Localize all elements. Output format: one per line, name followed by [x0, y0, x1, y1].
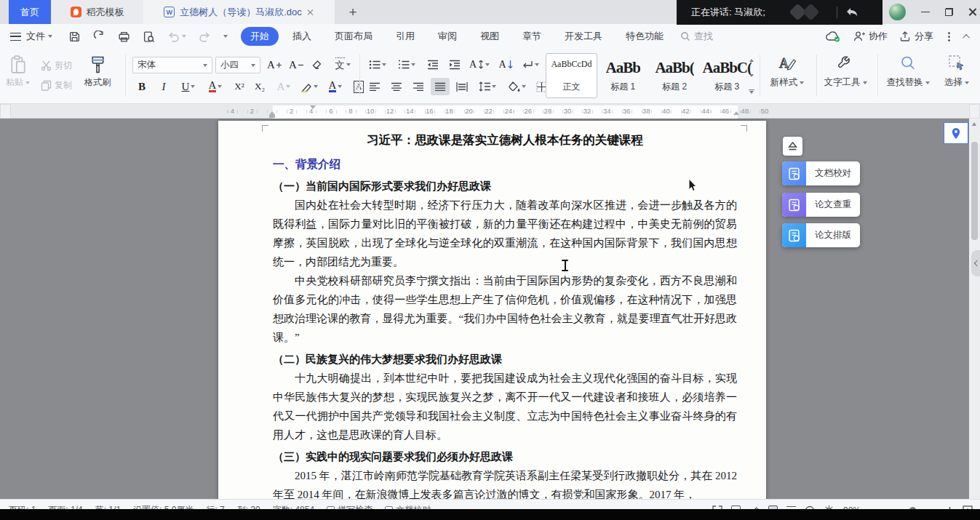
increase-indent-button[interactable] — [445, 56, 464, 73]
numbering-button[interactable] — [394, 56, 419, 73]
tab-close-icon[interactable] — [307, 9, 314, 16]
style-sample: AaBbCcDd — [551, 59, 591, 70]
hamburger-icon[interactable] — [10, 33, 21, 41]
grow-font-button[interactable]: A — [265, 56, 284, 73]
more-options-icon[interactable] — [948, 36, 950, 38]
export-pdf-icon[interactable] — [93, 31, 105, 43]
collaborate-button[interactable]: 协作 — [853, 30, 888, 43]
indent-icon — [449, 60, 461, 70]
ruler-toggle-box[interactable] — [969, 104, 980, 119]
distribute-button[interactable] — [453, 78, 471, 95]
char-border-button[interactable]: A — [202, 78, 228, 95]
divider — [125, 55, 126, 97]
horizontal-ruler[interactable]: 4224681012141618202224262830323436384042… — [0, 104, 980, 119]
font-size-select[interactable]: 小四 — [215, 57, 260, 73]
pinyin-guide-button[interactable]: 文 — [330, 56, 355, 73]
bold-button[interactable]: B — [132, 78, 151, 95]
print-icon[interactable] — [118, 31, 130, 43]
copy-button[interactable]: 复制 — [41, 79, 72, 92]
highlight-button[interactable] — [297, 78, 322, 95]
menu-tab-引用[interactable]: 引用 — [386, 27, 424, 46]
menu-tab-页面布局[interactable]: 页面布局 — [325, 27, 382, 46]
side-tool-文档校对[interactable]: 文档校对 — [782, 161, 860, 185]
redo-icon[interactable] — [199, 31, 211, 42]
quickbar-more-icon[interactable] — [223, 35, 228, 38]
style-item[interactable]: AaBb(标题 2 — [649, 53, 701, 98]
gallery-down-icon[interactable] — [749, 74, 754, 77]
right-indent-marker[interactable] — [733, 111, 739, 115]
ribbon-search[interactable]: 查找 — [680, 30, 713, 43]
underline-button[interactable]: U — [176, 78, 201, 95]
align-justify-button[interactable] — [431, 78, 450, 95]
minimize-button[interactable] — [914, 0, 937, 24]
cloud-sync-icon[interactable] — [825, 31, 841, 42]
bullets-button[interactable] — [365, 56, 390, 73]
align-left-button[interactable] — [365, 78, 384, 95]
menu-tab-章节[interactable]: 章节 — [513, 27, 551, 46]
clear-format-button[interactable] — [308, 56, 327, 73]
new-tab-button[interactable]: + — [343, 3, 362, 22]
new-style-button[interactable]: A 新样式 — [761, 55, 813, 89]
paste-button[interactable]: 粘贴 — [6, 55, 30, 89]
find-replace-button[interactable]: 查找替换 — [877, 55, 939, 89]
decrease-indent-button[interactable] — [423, 56, 442, 73]
gallery-more-icon[interactable] — [749, 89, 754, 94]
file-menu[interactable]: 文件 — [26, 30, 52, 43]
menu-tab-视图[interactable]: 视图 — [471, 27, 509, 46]
scrollbar-thumb[interactable] — [971, 142, 978, 240]
menu-tab-插入[interactable]: 插入 — [283, 27, 321, 46]
panel-collapse-button[interactable] — [783, 137, 802, 156]
undo-button[interactable] — [167, 31, 186, 42]
line-break-button[interactable] — [518, 56, 543, 73]
format-painter-button[interactable]: 格式刷 — [84, 55, 111, 89]
tab-selector-box[interactable] — [0, 104, 11, 119]
subscript-button[interactable]: X₂ — [250, 78, 269, 95]
share-button[interactable]: 分享 — [899, 30, 933, 43]
collapse-ribbon-icon[interactable] — [963, 33, 970, 41]
menu-tab-开发工具[interactable]: 开发工具 — [555, 27, 612, 46]
shading-button[interactable] — [503, 78, 530, 95]
align-center-button[interactable] — [387, 78, 406, 95]
scroll-up-icon[interactable] — [972, 122, 976, 126]
print-preview-icon[interactable] — [143, 31, 155, 43]
style-item[interactable]: AaBb标题 1 — [597, 53, 649, 98]
close-button[interactable] — [960, 0, 980, 24]
reply-arrow-icon[interactable] — [845, 7, 859, 18]
position-pin-button[interactable] — [944, 122, 968, 144]
vertical-scrollbar[interactable] — [969, 119, 980, 499]
menu-tab-审阅[interactable]: 审阅 — [429, 27, 466, 46]
shrink-font-button[interactable]: A — [287, 56, 306, 73]
change-case-button[interactable]: A — [467, 56, 492, 73]
style-item[interactable]: AaBbCcDd正文 — [546, 53, 597, 98]
italic-button[interactable]: I — [154, 78, 173, 95]
menu-tab-特色功能[interactable]: 特色功能 — [616, 27, 673, 46]
side-tool-论文查重[interactable]: 论文查重 — [782, 193, 860, 217]
font-color-button[interactable]: A — [323, 78, 348, 95]
find-replace-label: 查找替换 — [887, 76, 923, 89]
left-indent-marker[interactable] — [269, 115, 275, 118]
side-tool-论文排版[interactable]: 论文排版 — [782, 223, 860, 247]
style-item[interactable]: AaBbC(标题 3 — [700, 53, 754, 98]
doc-h1: 一、背景介绍 — [273, 157, 737, 172]
tab-document[interactable]: W 立德树人（导读）马淑欣.doc — [143, 0, 335, 24]
restore-button[interactable] — [937, 0, 960, 24]
align-right-button[interactable] — [409, 78, 428, 95]
chevron-down-icon — [48, 35, 52, 38]
ruler-mark: 10 — [367, 107, 375, 115]
gallery-up-icon[interactable] — [749, 59, 754, 62]
text-direction-button[interactable]: A — [496, 56, 515, 73]
select-button[interactable]: 选择 — [937, 55, 976, 89]
save-icon[interactable] — [68, 31, 81, 43]
user-avatar[interactable] — [889, 4, 906, 20]
tab-home[interactable]: 首页 — [9, 0, 51, 24]
tab-docer-templates[interactable]: 稻壳模板 — [51, 0, 143, 24]
cut-button[interactable]: 剪切 — [41, 60, 72, 72]
font-name-select[interactable]: 宋体 — [132, 57, 212, 73]
line-spacing-button[interactable] — [474, 78, 501, 95]
sidebar-collapse-handle[interactable] — [971, 250, 980, 276]
document-page[interactable]: 习近平：思政课是落实立德树人根本任务的关键课程一、背景介绍（一）当前国内国际形式… — [218, 121, 766, 499]
menu-tab-开始[interactable]: 开始 — [241, 27, 279, 46]
superscript-button[interactable]: X² — [230, 78, 249, 95]
text-tool-button[interactable]: 文字工具 — [816, 55, 875, 89]
text-effects-button[interactable]: A — [272, 78, 295, 95]
